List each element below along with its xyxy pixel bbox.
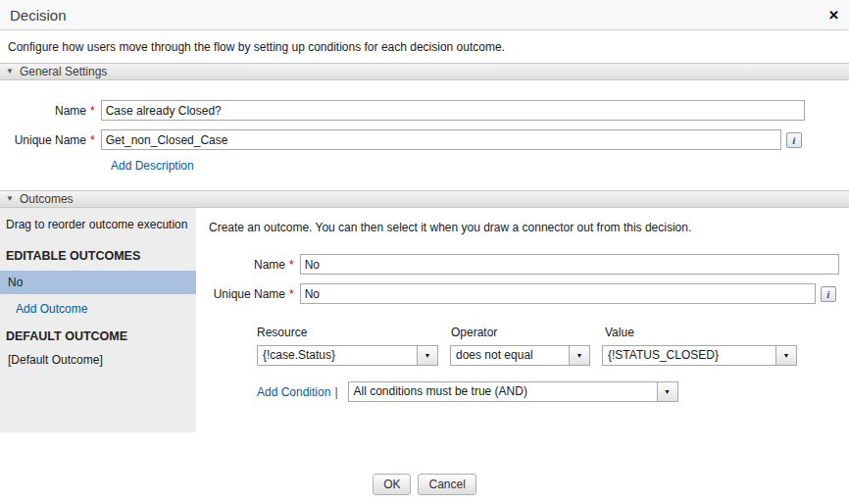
resource-value[interactable]: {!case.Status} — [257, 345, 418, 366]
conditions-column-headers: Resource Operator Value — [257, 326, 839, 339]
required-marker: * — [90, 104, 95, 118]
required-marker: * — [289, 287, 294, 301]
condition-logic-value[interactable]: All conditions must be true (AND) — [348, 381, 658, 402]
name-row: Name * — [0, 100, 849, 121]
add-outcome-link[interactable]: Add Outcome — [0, 294, 196, 326]
outcome-name-input[interactable] — [300, 254, 839, 275]
add-condition-link[interactable]: Add Condition — [257, 385, 330, 399]
outcome-name-label: Name — [209, 258, 285, 272]
dialog-description: Configure how users move through the flo… — [0, 30, 849, 63]
outcomes-body: Drag to reorder outcome execution EDITAB… — [0, 208, 849, 432]
add-description-link[interactable]: Add Description — [111, 159, 194, 173]
ok-button[interactable]: OK — [373, 474, 411, 495]
value-value[interactable]: {!STATUS_CLOSED} — [602, 345, 776, 366]
general-settings-header-label: General Settings — [20, 65, 107, 78]
outcome-intro-text: Create an outcome. You can then select i… — [209, 221, 839, 234]
outcome-name-row: Name * — [209, 254, 839, 275]
required-marker: * — [90, 133, 95, 147]
drag-reorder-hint: Drag to reorder outcome execution — [0, 216, 196, 245]
chevron-down-icon: ▼ — [783, 352, 790, 359]
outcomes-header-label: Outcomes — [20, 192, 74, 206]
collapse-triangle-icon: ▼ — [6, 68, 14, 76]
outcome-unique-name-label: Unique Name — [209, 287, 285, 301]
operator-dropdown-button[interactable]: ▼ — [570, 345, 590, 366]
close-icon[interactable]: ✕ — [828, 9, 839, 22]
condition-logic-dropdown-button[interactable]: ▼ — [658, 381, 678, 402]
resource-combobox: {!case.Status} ▼ — [257, 345, 438, 366]
general-settings-form: Name * Unique Name * i Add Description — [0, 80, 849, 190]
info-icon[interactable]: i — [786, 132, 802, 148]
default-outcome-header: DEFAULT OUTCOME — [0, 326, 196, 347]
outcome-unique-name-row: Unique Name * i — [209, 283, 839, 304]
dialog-title-bar: Decision ✕ — [0, 0, 849, 30]
operator-column-label: Operator — [451, 326, 605, 339]
link-separator: | — [334, 385, 337, 399]
name-input[interactable] — [101, 100, 805, 121]
chevron-down-icon: ▼ — [664, 388, 671, 395]
outcomes-header[interactable]: ▼ Outcomes — [0, 190, 849, 208]
outcome-detail-panel: Create an outcome. You can then select i… — [196, 208, 849, 432]
info-icon[interactable]: i — [821, 286, 836, 302]
name-label: Name — [0, 104, 86, 118]
decision-dialog: Decision ✕ Configure how users move thro… — [0, 0, 849, 504]
unique-name-label: Unique Name — [0, 133, 86, 147]
chevron-down-icon: ▼ — [576, 352, 583, 359]
dialog-title: Decision — [10, 7, 828, 24]
operator-value[interactable]: does not equal — [450, 345, 570, 366]
cancel-button[interactable]: Cancel — [418, 474, 475, 495]
editable-outcomes-header: EDITABLE OUTCOMES — [0, 245, 196, 267]
conditions-block: Resource Operator Value {!case.Status} ▼… — [257, 326, 839, 402]
value-dropdown-button[interactable]: ▼ — [776, 345, 797, 366]
chevron-down-icon: ▼ — [424, 352, 431, 359]
value-column-label: Value — [605, 326, 801, 339]
resource-column-label: Resource — [257, 326, 451, 339]
outcomes-sidebar: Drag to reorder outcome execution EDITAB… — [0, 208, 196, 432]
unique-name-row: Unique Name * i — [0, 129, 849, 150]
general-settings-header[interactable]: ▼ General Settings — [0, 63, 849, 80]
condition-logic-row: Add Condition | All conditions must be t… — [257, 381, 839, 402]
operator-combobox: does not equal ▼ — [450, 345, 590, 366]
value-combobox: {!STATUS_CLOSED} ▼ — [602, 345, 797, 366]
condition-row: {!case.Status} ▼ does not equal ▼ {!STAT… — [257, 345, 839, 366]
outcome-item-no[interactable]: No — [0, 271, 196, 294]
unique-name-input[interactable] — [101, 129, 781, 150]
default-outcome-item[interactable]: [Default Outcome] — [0, 347, 196, 373]
resource-dropdown-button[interactable]: ▼ — [418, 345, 438, 366]
collapse-triangle-icon: ▼ — [6, 195, 14, 203]
dialog-footer: OK Cancel — [0, 432, 849, 504]
outcome-unique-name-input[interactable] — [300, 283, 816, 304]
condition-logic-combobox: All conditions must be true (AND) ▼ — [348, 381, 678, 402]
required-marker: * — [289, 258, 294, 272]
